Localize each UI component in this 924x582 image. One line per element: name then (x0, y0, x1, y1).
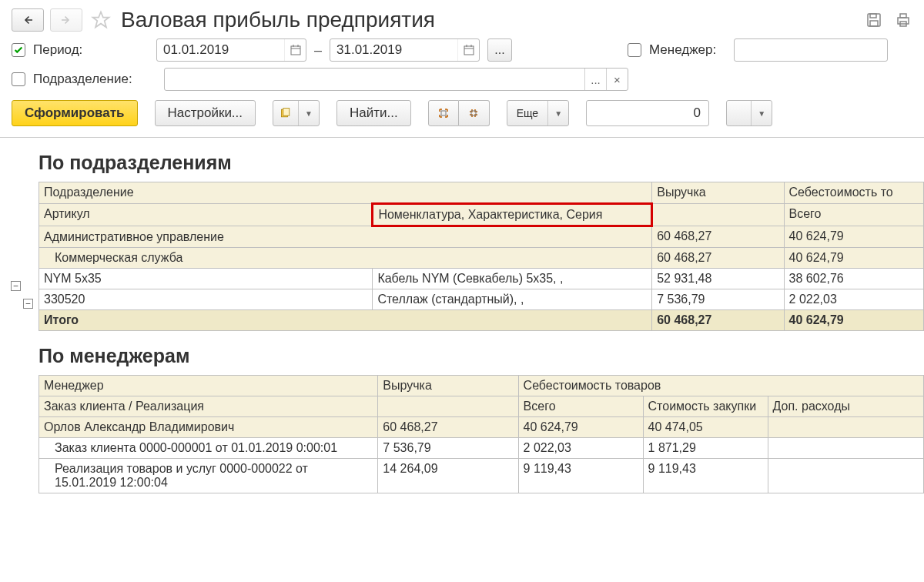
item-revenue: 7 536,79 (652, 289, 784, 310)
svg-rect-4 (870, 21, 878, 26)
value-box[interactable]: 0 (586, 100, 709, 126)
order-row-purchase: 1 871,29 (643, 438, 768, 459)
section-managers-title: По менеджерам (38, 345, 924, 367)
total-cost: 40 624,79 (784, 310, 923, 331)
period-label: Период: (33, 42, 149, 58)
col-total: Всего (518, 396, 643, 417)
variant-dropdown[interactable]: ▼ (298, 101, 319, 125)
col-revenue: Выручка (378, 376, 518, 396)
division-row-cost: 40 624,79 (784, 226, 923, 248)
col-total: Всего (784, 204, 923, 226)
manager-row-total: 40 624,79 (518, 417, 643, 438)
division-row-name: Коммерческая служба (39, 248, 652, 269)
period-ellipsis-button[interactable]: ... (487, 38, 512, 62)
item-article: NYM 5x35 (39, 269, 373, 289)
col-nomenclature-highlighted: Номенклатура, Характеристика, Серия (373, 204, 652, 226)
calendar-icon[interactable] (284, 39, 306, 61)
manager-label: Менеджер: (649, 42, 726, 58)
division-ellipsis-button[interactable]: ... (584, 69, 606, 90)
find-button[interactable]: Найти... (336, 100, 411, 126)
manager-row-purchase: 40 474,05 (643, 417, 768, 438)
order-row-name: Реализация товаров и услуг 0000-000022 о… (39, 459, 378, 493)
arrow-left-icon (21, 13, 35, 27)
item-revenue: 52 931,48 (652, 269, 784, 289)
period-to-value: 31.01.2019 (330, 42, 457, 58)
period-from-input[interactable]: 01.01.2019 (156, 38, 306, 62)
division-checkbox[interactable] (12, 72, 25, 86)
period-from-value: 01.01.2019 (157, 42, 284, 58)
more-dropdown[interactable]: ▼ (547, 101, 568, 125)
tree-collapse-node[interactable]: − (11, 281, 21, 291)
expand-collapse-group (428, 100, 490, 126)
print-icon[interactable] (894, 11, 912, 29)
manager-input[interactable] (734, 38, 888, 62)
division-row-revenue: 60 468,27 (652, 248, 784, 269)
expand-all-button[interactable] (428, 100, 459, 126)
svg-rect-3 (870, 14, 876, 18)
arrow-right-icon (59, 13, 73, 27)
section-divisions-title: По подразделениям (38, 152, 924, 174)
manager-row-name: Орлов Александр Владимирович (39, 417, 378, 438)
save-icon[interactable] (865, 11, 883, 29)
order-row-revenue: 14 264,09 (378, 459, 518, 493)
calendar-icon[interactable] (457, 39, 479, 61)
settings-button[interactable]: Настройки... (155, 100, 256, 126)
order-row-total: 9 119,43 (518, 459, 643, 493)
col-manager: Менеджер (39, 376, 378, 396)
period-dash: – (314, 42, 322, 59)
order-row-name: Заказ клиента 0000-000001 от 01.01.2019 … (39, 438, 378, 459)
period-to-input[interactable]: 31.01.2019 (330, 38, 480, 62)
svg-rect-6 (900, 14, 906, 18)
nav-forward-button[interactable] (50, 8, 82, 32)
col-revenue: Выручка (652, 182, 784, 204)
col-add: Доп. расходы (768, 396, 923, 417)
manager-checkbox[interactable] (628, 43, 641, 57)
col-division: Подразделение (39, 182, 652, 204)
item-nomen: Стеллаж (стандартный), , (373, 289, 652, 310)
collapse-all-button[interactable] (459, 100, 490, 126)
col-order: Заказ клиента / Реализация (39, 396, 378, 417)
division-input[interactable]: ... × (164, 68, 628, 91)
item-cost: 2 022,03 (784, 289, 923, 310)
item-nomen: Кабель NYM (Севкабель) 5x35, , (373, 269, 652, 289)
manager-row-revenue: 60 468,27 (378, 417, 518, 438)
total-label: Итого (39, 310, 652, 331)
tree-collapse-node[interactable]: − (23, 299, 33, 309)
svg-rect-18 (441, 111, 446, 115)
item-cost: 38 602,76 (784, 269, 923, 289)
division-row-revenue: 60 468,27 (652, 226, 784, 248)
item-article: 330520 (39, 289, 373, 310)
managers-table: Менеджер Выручка Себестоимость товаров З… (38, 375, 924, 493)
col-purchase: Стоимость закупки (643, 396, 768, 417)
aux-split-button[interactable]: ▼ (726, 100, 772, 126)
page-title: Валовая прибыль предприятия (121, 8, 435, 32)
svg-rect-17 (283, 109, 290, 116)
variant-split-button[interactable]: ▼ (273, 100, 320, 126)
division-row-name: Административное управление (39, 226, 652, 248)
variant-icon[interactable] (273, 101, 298, 125)
more-label: Еще (507, 101, 548, 125)
tree-gutter: − − − − (8, 138, 38, 493)
svg-rect-5 (898, 18, 909, 24)
col-cost: Себестоимость товаров (518, 376, 923, 396)
divisions-table: Подразделение Выручка Себестоимость то А… (38, 182, 924, 331)
period-checkbox[interactable] (12, 43, 25, 57)
division-clear-button[interactable]: × (606, 69, 628, 90)
order-row-total: 2 022,03 (518, 438, 643, 459)
order-row-revenue: 7 536,79 (378, 438, 518, 459)
col-article: Артикул (39, 204, 373, 226)
order-row-purchase: 9 119,43 (643, 459, 768, 493)
total-revenue: 60 468,27 (652, 310, 784, 331)
division-row-cost: 40 624,79 (784, 248, 923, 269)
svg-rect-12 (464, 46, 474, 55)
division-label: Подразделение: (33, 72, 156, 87)
col-cost: Себестоимость то (784, 182, 923, 204)
aux-dropdown[interactable]: ▼ (751, 101, 772, 125)
generate-button[interactable]: Сформировать (12, 100, 138, 126)
favorite-star-icon[interactable] (90, 9, 112, 31)
nav-back-button[interactable] (12, 8, 44, 32)
svg-rect-8 (291, 46, 300, 55)
more-button[interactable]: Еще ▼ (507, 100, 569, 126)
